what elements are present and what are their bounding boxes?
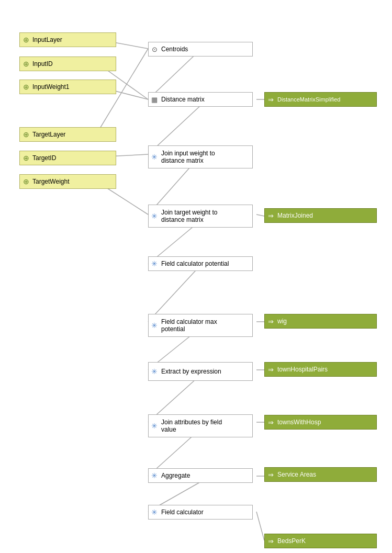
process-join-input-weight[interactable]: ✳ Join input weight to distance matrix [148,145,253,168]
process-join-attributes-label: Join attributes by field value [161,419,222,433]
snowflake-icon-8: ✳ [151,508,158,516]
process-join-input-weight-label: Join input weight to distance matrix [161,150,215,164]
output-bpk-label: BedsPerK [277,537,306,545]
process-aggregate[interactable]: ✳ Aggregate [148,468,253,483]
output-wig-label: wig [277,318,287,325]
output-town-hospital-pairs: townHospitalPairs [264,362,377,377]
snowflake-icon-6: ✳ [151,422,158,430]
snowflake-icon-4: ✳ [151,321,158,330]
process-field-calc-potential[interactable]: ✳ Field calculator potential [148,256,253,271]
input-targetweight[interactable]: TargetWeight [19,174,116,189]
input-inputlayer[interactable]: InputLayer [19,32,116,47]
input-targetid-label: TargetID [32,154,56,162]
input-inputlayer-label: InputLayer [32,36,62,43]
process-join-target-weight[interactable]: ✳ Join target weight to distance matrix [148,205,253,228]
svg-line-21 [256,512,264,540]
process-distance-matrix-label: Distance matrix [161,96,205,103]
input-targetweight-label: TargetWeight [32,178,69,185]
process-join-target-weight-label: Join target weight to distance matrix [161,209,217,223]
input-targetid[interactable]: TargetID [19,151,116,165]
snowflake-icon-5: ✳ [151,367,158,376]
output-mj-label: MatrixJoined [277,212,313,219]
snowflake-icon-3: ✳ [151,259,158,268]
process-distance-matrix[interactable]: Distance matrix [148,92,253,107]
output-sa-label: Service Areas [277,471,316,478]
input-targetlayer[interactable]: TargetLayer [19,127,116,142]
process-field-calculator[interactable]: ✳ Field calculator [148,505,253,520]
input-inputweight1[interactable]: InputWeight1 [19,80,116,94]
process-centroids[interactable]: Centroids [148,42,253,57]
input-inputweight1-label: InputWeight1 [32,83,70,91]
process-aggregate-label: Aggregate [161,472,190,479]
process-field-calc-label: Field calculator [161,509,204,516]
input-targetlayer-label: TargetLayer [32,131,65,138]
output-thp-label: townHospitalPairs [277,366,328,373]
output-towns-with-hosp: townsWithHosp [264,415,377,430]
process-field-calc-max[interactable]: ✳ Field calculator max potential [148,314,253,337]
output-distance-matrix-simplified: DistanceMatrixSimplified [264,92,377,107]
svg-line-10 [256,215,264,216]
snowflake-icon-2: ✳ [151,212,158,220]
output-twh-label: townsWithHosp [277,419,321,426]
process-centroids-label: Centroids [161,46,188,53]
snowflake-icon-7: ✳ [151,471,158,480]
svg-line-12 [148,264,201,322]
process-extract-label: Extract by expression [161,368,221,375]
output-matrix-joined: MatrixJoined [264,208,377,223]
output-beds-perk: BedsPerK [264,534,377,548]
input-inputid-label: InputID [32,60,53,67]
process-field-calc-max-label: Field calculator max potential [161,318,217,333]
output-service-areas: Service Areas [264,467,377,482]
output-wig: wig [264,314,377,329]
output-dms-label: DistanceMatrixSimplified [277,96,340,103]
input-inputid[interactable]: InputID [19,57,116,71]
snowflake-icon: ✳ [151,153,158,161]
process-field-calc-potential-label: Field calculator potential [161,260,229,267]
process-join-attributes[interactable]: ✳ Join attributes by field value [148,414,253,437]
workflow-canvas: InputLayer InputID InputWeight1 TargetLa… [0,0,392,553]
process-extract-by-expression[interactable]: ✳ Extract by expression [148,362,253,381]
